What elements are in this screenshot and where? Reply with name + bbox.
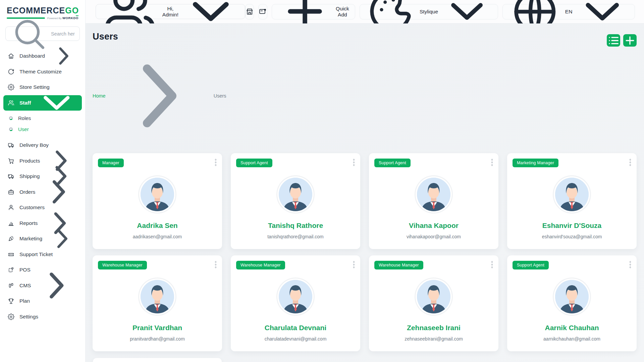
sidebar-item-label: Reports xyxy=(19,220,38,226)
card-menu-button[interactable] xyxy=(490,259,495,270)
card-menu-button[interactable] xyxy=(213,157,218,168)
chevron-right-icon xyxy=(109,46,210,146)
cart-icon xyxy=(8,158,14,164)
user-name-link[interactable]: Pranit Vardhan xyxy=(132,324,182,332)
theme-style-button[interactable]: Stylique xyxy=(360,4,498,19)
sidebar-item-label: Customers xyxy=(19,204,45,210)
ticket-icon xyxy=(8,251,14,258)
user-email: zehnaseebIrani@gmail.com xyxy=(405,336,463,342)
sidebar-subitem-label: User xyxy=(18,126,29,132)
user-card: Support Agent Vihana Kapoor vihanakapoor… xyxy=(369,153,498,249)
storefront-icon xyxy=(246,7,254,16)
avatar xyxy=(417,178,450,211)
storefront-button[interactable] xyxy=(245,4,254,19)
user-card: Marketing Manager Eshanvir D'Souza eshan… xyxy=(507,153,637,249)
create-new-user-card[interactable]: Create New User Click here to Create New… xyxy=(93,358,222,362)
role-badge: Manager xyxy=(98,159,124,167)
person-avatar-illustration xyxy=(141,178,174,211)
sidebar-item-staff[interactable]: Staff xyxy=(3,95,82,111)
brand-name: ECOMMERCEGO xyxy=(7,5,78,15)
add-user-button[interactable] xyxy=(623,34,637,47)
page-title: Users xyxy=(93,32,226,42)
user-card: Warehouse Manager Pranit Vardhan pranitv… xyxy=(93,255,222,351)
topbar-actions: Quick Add Stylique EN xyxy=(245,4,635,19)
brand-name-accent: GO xyxy=(65,5,79,15)
role-badge: Support Agent xyxy=(236,159,272,167)
role-badge: Warehouse Manager xyxy=(98,261,147,269)
list-view-button[interactable] xyxy=(607,34,620,47)
quick-add-button[interactable]: Quick Add xyxy=(272,4,355,19)
sidebar-item-cms[interactable]: CMS xyxy=(3,278,82,294)
chevron-down-icon xyxy=(36,82,77,124)
language-label: EN xyxy=(565,9,573,15)
chevron-right-icon xyxy=(47,224,77,254)
sidebar-item-label: Dashboard xyxy=(19,53,45,59)
card-menu-button[interactable] xyxy=(490,157,495,168)
sidebar-item-label: Plan xyxy=(19,298,30,304)
messages-button[interactable] xyxy=(258,4,267,19)
powered-by-prefix: Powered By xyxy=(47,17,62,20)
card-menu-button[interactable] xyxy=(352,259,357,270)
card-menu-button[interactable] xyxy=(213,259,218,270)
user-name-link[interactable]: Charulata Devnani xyxy=(265,324,326,332)
page-actions xyxy=(607,34,637,47)
user-card: Support Agent Tanishq Rathore tanishqrat… xyxy=(231,153,360,249)
card-menu-button[interactable] xyxy=(352,157,357,168)
avatar xyxy=(555,178,589,211)
user-name-link[interactable]: Tanishq Rathore xyxy=(268,222,323,230)
person-avatar-illustration xyxy=(555,280,589,313)
breadcrumb-home-link[interactable]: Home xyxy=(93,93,106,99)
sidebar-subitem-user[interactable]: User xyxy=(3,124,82,135)
language-button[interactable]: EN xyxy=(502,4,635,19)
user-name-link[interactable]: Zehnaseeb Irani xyxy=(407,324,461,332)
topbar: Hi, Admin! Quick Add Stylique xyxy=(86,0,644,23)
sidebar: ECOMMERCEGO Powered By WORKDO Dashboard … xyxy=(0,0,86,362)
pos-icon xyxy=(8,266,14,273)
breadcrumb-current: Users xyxy=(214,93,226,99)
sidebar-subitem-label: Roles xyxy=(18,115,31,121)
avatar xyxy=(141,280,174,313)
person-avatar-illustration xyxy=(417,178,450,211)
admin-greeting-label: Hi, Admin! xyxy=(162,6,178,18)
user-email: eshanvird'souza@gmail.com xyxy=(542,234,602,239)
chevron-right-icon xyxy=(50,43,77,70)
sidebar-item-settings[interactable]: Settings xyxy=(3,309,82,325)
user-name-link[interactable]: Eshanvir D'Souza xyxy=(542,222,602,230)
powered-by-brand-o: O xyxy=(76,16,78,20)
role-badge: Support Agent xyxy=(513,261,549,269)
sidebar-item-orders[interactable]: Orders xyxy=(3,184,82,200)
user-card: Warehouse Manager Charulata Devnani char… xyxy=(231,255,360,351)
user-email: pranitvardhan@gmail.com xyxy=(130,336,185,342)
role-badge: Warehouse Manager xyxy=(236,261,285,269)
user-name-link[interactable]: Aarnik Chauhan xyxy=(545,324,599,332)
gear-icon xyxy=(8,313,14,320)
user-card: Warehouse Manager Zehnaseeb Irani zehnas… xyxy=(369,255,498,351)
user-email: aadrikasen@gmail.com xyxy=(133,234,182,239)
theme-style-label: Stylique xyxy=(420,9,438,15)
sidebar-item-label: Delivery Boy xyxy=(19,142,49,148)
sidebar-search xyxy=(5,26,80,41)
theme-icon xyxy=(8,68,14,75)
brand-name-primary: ECOMMERCE xyxy=(7,5,65,15)
person-avatar-illustration xyxy=(279,280,312,313)
person-avatar-illustration xyxy=(417,280,450,313)
search-input[interactable] xyxy=(51,31,75,37)
sidebar-item-label: Theme Customize xyxy=(19,69,62,75)
trophy-icon xyxy=(8,298,14,304)
avatar xyxy=(279,178,312,211)
list-icon xyxy=(607,34,620,47)
card-menu-button[interactable] xyxy=(628,259,633,270)
sidebar-item-dashboard[interactable]: Dashboard xyxy=(3,48,82,64)
main-column: Hi, Admin! Quick Add Stylique xyxy=(86,0,644,362)
plus-icon xyxy=(623,34,637,47)
user-name-link[interactable]: Aadrika Sen xyxy=(137,222,177,230)
user-email: aarnikchauhan@gmail.com xyxy=(543,336,600,342)
powered-by-brand: WORKD xyxy=(62,16,76,20)
breadcrumb: Home Users xyxy=(93,46,226,146)
sidebar-item-label: Settings xyxy=(19,314,38,320)
avatar xyxy=(141,178,174,211)
admin-menu-button[interactable]: Hi, Admin! xyxy=(96,4,245,19)
user-name-link[interactable]: Vihana Kapoor xyxy=(409,222,459,230)
card-menu-button[interactable] xyxy=(628,157,633,168)
person-avatar-illustration xyxy=(279,178,312,211)
